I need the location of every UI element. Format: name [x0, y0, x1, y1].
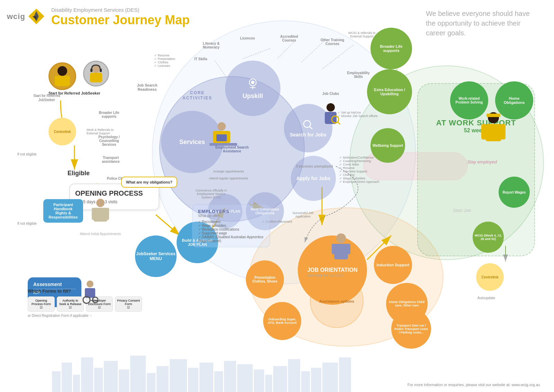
svg-rect-46 [481, 124, 486, 140]
employer-item-1: ✓ Recruitment [198, 220, 264, 224]
svg-rect-48 [486, 114, 500, 117]
logo-area: wcig [7, 7, 46, 26]
svg-rect-29 [216, 134, 227, 141]
employer-item-2: ✓ Wage subsidies [198, 224, 264, 228]
job-search-readiness-label: Job Search Readiness [132, 83, 163, 91]
apply-jobs-label: Apply for Jobs [296, 176, 330, 181]
home-obligations-top-label: Home Obligations [495, 93, 533, 107]
svg-point-36 [327, 103, 335, 112]
apply-checklist: ✓ Motivation/Confidence✓ Coaching/Mentor… [339, 156, 379, 184]
svg-rect-25 [100, 69, 102, 72]
transport-assist-label: Transport assistance [95, 156, 126, 163]
work-problem-solving-circle: Work-related Problem Solving [450, 81, 488, 119]
svg-point-26 [217, 122, 226, 131]
opening-process-detail: 1 to 5 days 1 to 3 visits [75, 199, 153, 204]
extra-education-label: Extra Education / Upskilling [367, 85, 412, 99]
wcig-referrals-label: WCIG & referrals to External Support [348, 31, 376, 38]
home-obligations-bottom-label: Home Obligations Child care, Other care [386, 297, 428, 310]
employers-subtitle: What we offer: [198, 214, 264, 218]
footer-text: For more information or enquiries, pleas… [408, 383, 540, 387]
if-not-eligible-top: If not eligible [17, 152, 37, 156]
svg-line-39 [338, 122, 340, 124]
services-label: Services [179, 139, 205, 146]
tagline-area: We believe everyone should have the oppo… [426, 9, 537, 38]
svg-rect-37 [325, 112, 337, 124]
onboarding-circle: Onboarding Super, ATO, Bank Account [263, 302, 301, 340]
employers-title: EMPLOYERS [198, 209, 264, 214]
svg-rect-47 [501, 124, 506, 140]
employers-box: EMPLOYERS What we offer: ✓ Recruitment ✓… [192, 204, 270, 247]
svg-rect-20 [55, 76, 59, 86]
other-training-label: Other Training Courses [319, 38, 346, 46]
svg-point-53 [87, 280, 93, 287]
successful-application-label: Successful Job Application [287, 211, 319, 218]
arrange-appointments-label: Arrange Appointments [208, 170, 249, 173]
presentation-label: Presentation Clothes, Shoes [246, 273, 284, 286]
svg-rect-50 [93, 208, 107, 222]
orientation-person [329, 232, 353, 265]
svg-rect-23 [90, 73, 102, 82]
stay-employed-label: Stay employed [467, 159, 497, 164]
logo-text: wcig [7, 12, 25, 21]
form-item-opening: Opening Process Form☑ [28, 296, 55, 312]
accredited-courses-label: Accredited Courses [274, 35, 305, 42]
employer-item-3: ✓ Workplace modifications [198, 228, 264, 231]
opening-person [90, 197, 111, 226]
svg-point-49 [96, 199, 105, 207]
jobseeker-services-menu: JobSeeker Services MENU [135, 235, 177, 277]
upskill-label: Upskill [242, 92, 263, 99]
job-clubs-label: Job Clubs [319, 92, 343, 96]
transport-circle: Transport Own car / Public Transport cos… [391, 309, 431, 349]
jobseeker-person-2 [83, 61, 109, 87]
work-referee-text: Work & Referrals to External Support [87, 128, 125, 135]
main-title: Customer Journey Map [51, 13, 190, 27]
svg-point-40 [336, 233, 346, 243]
assessment-title: Assessment [33, 282, 76, 287]
svg-rect-45 [485, 124, 501, 141]
employer-item-4: ✓ Supported wage [198, 231, 264, 235]
svg-point-56 [92, 297, 98, 303]
broader-supports-circle: Broader Life supports [370, 28, 412, 69]
extra-education-circle: Extra Education / Upskilling [367, 69, 412, 114]
work-problem-solving-label: Work-related Problem Solving [450, 94, 488, 107]
start-job-label: Start Job [453, 208, 471, 213]
employment-search-label: Employment Search Assistance [211, 145, 253, 153]
if-not-eligible-bottom: If not eligible [17, 222, 37, 225]
psychology-label: Psychology / Counselling Services [92, 135, 126, 146]
participant-handbook-box: Participant Handbook Rights & Responsibi… [43, 199, 83, 223]
svg-point-31 [251, 81, 254, 84]
report-wages-label: Report Wages [501, 189, 528, 196]
autoupdate-label: Autoupdate [477, 296, 495, 300]
broader-supports-label: Broader Life supports [370, 42, 412, 55]
eligible-label: Eligible [68, 170, 90, 177]
main-diagram: wcig Disability Employment Services (DES… [0, 0, 554, 392]
job-orientation-label: JOB ORIENTATION [307, 267, 357, 273]
literacy-numeracy-label: Literacy & Numeracy [197, 42, 225, 49]
onboarding-label: Onboarding Super, ATO, Bank Account [263, 315, 301, 327]
assistance-options-label: Assistance options [316, 296, 358, 307]
centrelink-top-label: Centrelink [54, 130, 71, 134]
svg-rect-41 [334, 244, 348, 259]
tagline-text: We believe everyone should have the oppo… [426, 9, 537, 38]
svg-line-12 [322, 45, 353, 69]
subtitle: Disability Employment Services (DES) [51, 7, 190, 13]
core-activities-label: COREACTIVITIES [177, 90, 218, 100]
centrelink-bottom-right-circle: Centrelink [476, 263, 504, 291]
footer-note: For more information or enquiries, pleas… [408, 383, 540, 387]
handbook-label: Participant Handbook Rights & Responsibi… [47, 203, 79, 219]
attend-initial-label: Attend Initial Appointments [80, 232, 121, 236]
search-person [319, 102, 343, 131]
if-unemployed-label: If becomes unemployed [296, 164, 333, 168]
apply-jobs-circle: Apply for Jobs [291, 156, 336, 201]
wcig-visits-label: WCIG (Week 4, 13, 26 and 52) [473, 232, 504, 242]
employer-item-5: ✓ DAAWS (Disabled Australian Apprentice … [198, 235, 264, 243]
svg-rect-42 [332, 244, 336, 254]
obligations-bubble: What are my obligations? [121, 177, 177, 188]
svg-rect-21 [66, 76, 70, 86]
wheelchair-person [80, 280, 100, 305]
svg-rect-52 [106, 208, 109, 220]
assistance-options-circle: Assistance options [310, 274, 364, 328]
header: wcig Disability Employment Services (DES… [7, 7, 190, 27]
employability-skills-label: Employability Skills [343, 71, 374, 79]
svg-line-9 [242, 48, 270, 59]
